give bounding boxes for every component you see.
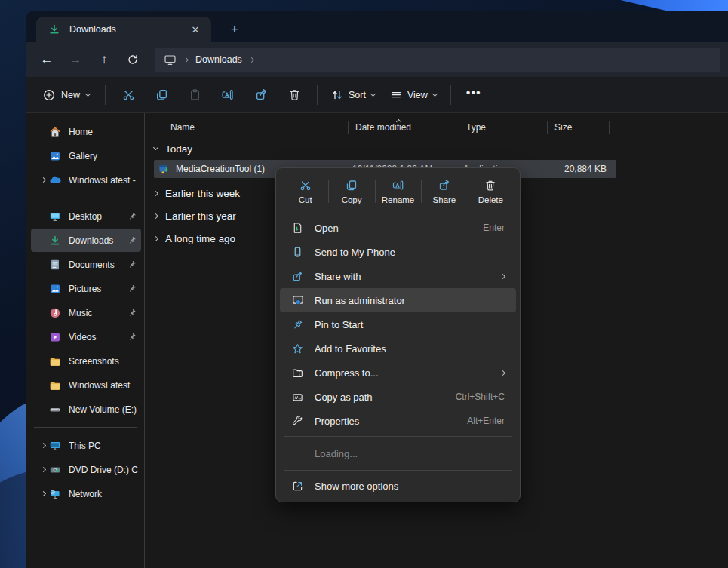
up-button[interactable]: ↑ — [90, 47, 118, 72]
view-button[interactable]: View — [382, 83, 444, 107]
tab-downloads[interactable]: Downloads ✕ — [36, 17, 211, 42]
chevron-right-icon — [153, 213, 158, 218]
folder-icon — [49, 355, 62, 367]
new-tab-button[interactable]: + — [222, 18, 247, 41]
column-header-date-modified[interactable]: Date modified — [349, 118, 459, 137]
sidebar-item-home[interactable]: Home — [31, 120, 141, 143]
sidebar-item-windowslatest[interactable]: WindowsLatest — [31, 373, 141, 397]
copy-path-icon — [291, 391, 304, 403]
pictures-icon — [49, 283, 62, 295]
toolbar-separator — [450, 85, 451, 105]
chevron-right-icon[interactable] — [40, 467, 45, 472]
home-icon — [49, 126, 62, 138]
cut-button[interactable] — [112, 81, 145, 109]
sidebar-item-this-pc[interactable]: This PC — [31, 434, 141, 457]
sidebar-item-gallery[interactable]: Gallery — [31, 144, 141, 167]
address-bar[interactable]: Downloads — [155, 48, 720, 72]
new-button[interactable]: New — [34, 84, 99, 106]
view-button-label: View — [407, 90, 428, 100]
breadcrumb-current[interactable]: Downloads — [195, 54, 242, 65]
see-more-button[interactable]: ••• — [457, 83, 490, 107]
sidebar-item-dvd-drive[interactable]: DVD Drive (D:) CCC — [31, 458, 141, 481]
sidebar-separator — [34, 427, 137, 428]
breadcrumb-chevron-icon[interactable] — [249, 57, 254, 62]
breadcrumb-chevron-icon[interactable] — [183, 57, 189, 62]
sidebar-item-new-volume[interactable]: New Volume (E:) — [31, 398, 141, 421]
menu-divider — [284, 470, 512, 471]
back-button[interactable]: ← — [32, 47, 61, 72]
menu-item-share-with[interactable]: Share with — [280, 264, 516, 288]
pin-icon — [127, 309, 137, 318]
network-icon — [49, 488, 62, 500]
sidebar-item-downloads[interactable]: Downloads — [31, 229, 141, 252]
chevron-down-icon — [85, 91, 91, 96]
downloads-icon — [49, 235, 62, 247]
sidebar-item-network[interactable]: Network — [31, 482, 141, 505]
menu-item-properties[interactable]: Properties Alt+Enter — [280, 409, 516, 433]
sidebar-item-screenshots[interactable]: Screenshots — [31, 349, 141, 373]
sidebar-item-videos[interactable]: Videos — [31, 325, 141, 348]
menu-item-show-more-options[interactable]: Show more options — [280, 474, 516, 498]
chevron-right-icon — [153, 235, 158, 241]
column-header-size[interactable]: Size — [548, 118, 610, 137]
column-header-name[interactable]: Name — [145, 118, 349, 137]
tab-bar: Downloads ✕ + — [26, 11, 728, 42]
cut-quick-button[interactable]: Cut — [282, 173, 328, 210]
copy-quick-button[interactable]: Copy — [328, 173, 374, 210]
column-headers: Name Date modified Type Size — [145, 118, 728, 137]
star-icon — [291, 343, 304, 355]
command-toolbar: New Sort View — [26, 77, 728, 113]
rename-button[interactable] — [211, 81, 244, 109]
menu-item-run-as-administrator[interactable]: Run as administrator — [280, 288, 516, 312]
drive-icon — [49, 404, 62, 416]
menu-item-add-to-favorites[interactable]: Add to Favorites — [280, 336, 516, 361]
menu-item-loading: Loading... — [280, 440, 516, 467]
close-tab-icon[interactable]: ✕ — [186, 20, 205, 38]
share-button[interactable] — [244, 81, 278, 109]
chevron-right-icon[interactable] — [40, 491, 45, 496]
toolbar-separator — [105, 85, 106, 105]
wallpaper-accent-top-right — [554, 0, 728, 11]
new-button-label: New — [61, 90, 80, 100]
sidebar-item-onedrive[interactable]: WindowsLatest - Pe — [31, 168, 141, 192]
delete-button[interactable] — [278, 81, 311, 109]
show-more-options-icon — [291, 480, 304, 492]
this-pc-icon — [49, 440, 62, 452]
menu-item-send-to-my-phone[interactable]: Send to My Phone — [280, 240, 516, 264]
forward-button: → — [61, 47, 90, 72]
file-name: MediaCreationTool (1) — [176, 164, 265, 174]
menu-divider — [284, 436, 512, 437]
application-file-icon — [158, 164, 170, 175]
sidebar-item-documents[interactable]: Documents — [31, 253, 141, 276]
column-header-type[interactable]: Type — [459, 118, 548, 137]
toolbar-separator — [317, 85, 318, 105]
menu-item-compress-to[interactable]: Compress to... — [280, 361, 516, 385]
submenu-chevron-icon — [500, 370, 505, 375]
menu-item-copy-as-path[interactable]: Copy as path Ctrl+Shift+C — [280, 385, 516, 409]
refresh-button[interactable] — [118, 47, 147, 72]
context-menu: Cut Copy Rename Share Delete — [275, 167, 521, 502]
sidebar-separator — [34, 198, 137, 198]
chevron-right-icon[interactable] — [40, 443, 45, 448]
phone-icon — [291, 246, 304, 258]
copy-button[interactable] — [145, 81, 178, 109]
chevron-down-icon — [370, 91, 376, 96]
admin-shield-icon — [291, 294, 304, 306]
sidebar-item-desktop[interactable]: Desktop — [31, 204, 141, 228]
share-quick-button[interactable]: Share — [421, 173, 467, 210]
sort-button[interactable]: Sort — [324, 83, 382, 107]
chevron-down-icon — [153, 145, 158, 150]
sidebar-item-music[interactable]: Music — [31, 301, 141, 324]
group-header-today[interactable]: Today — [145, 137, 728, 160]
menu-item-open[interactable]: Open Enter — [280, 216, 516, 240]
pin-outline-icon — [291, 319, 304, 330]
sidebar-item-pictures[interactable]: Pictures — [31, 277, 141, 300]
submenu-chevron-icon — [500, 273, 505, 278]
paste-button — [178, 81, 211, 109]
menu-item-pin-to-start[interactable]: Pin to Start — [280, 312, 516, 336]
rename-quick-button[interactable]: Rename — [375, 173, 421, 210]
chevron-right-icon[interactable] — [40, 177, 45, 183]
this-pc-icon[interactable] — [164, 54, 177, 66]
gallery-icon — [49, 150, 62, 162]
delete-quick-button[interactable]: Delete — [468, 173, 514, 210]
